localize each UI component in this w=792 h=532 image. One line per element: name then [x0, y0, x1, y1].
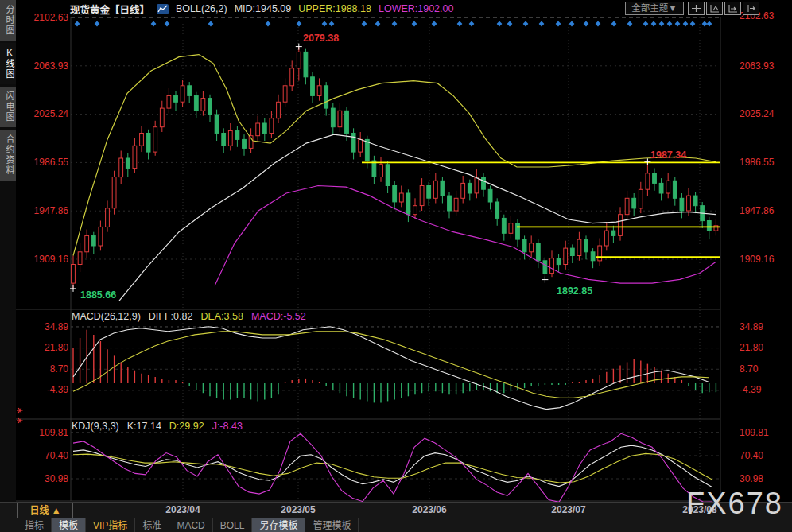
macd-name: MACD(26,12,9) [72, 311, 141, 322]
price-axis-label: 2102.63 [21, 12, 68, 23]
time-axis-row: 日线 ▲ 2023/04 2023/05 2023/06 2023/07 202… [0, 502, 792, 518]
zoom-vertical-icon[interactable] [706, 2, 723, 15]
kdj-panel-header: KDJ(9,3,3) K:17.14 D:29.92 J:-8.43 [72, 421, 243, 432]
kdj-axis-label: 109.81 [21, 427, 68, 438]
kdj-k-value: K:17.14 [127, 421, 161, 432]
boll-mid-value: MID:1945.09 [235, 3, 292, 14]
kdj-axis-label: 70.40 [740, 450, 763, 461]
kdj-axis-label: 109.81 [740, 427, 769, 438]
chart-canvas[interactable]: 2079.381885.661987.341892.85 [0, 0, 792, 532]
svg-text:1987.34: 1987.34 [650, 150, 686, 161]
kdj-axis-label: 30.98 [740, 473, 763, 484]
tab-macd[interactable]: MACD [169, 518, 212, 532]
price-axis-label: 1909.16 [740, 254, 774, 265]
tab-templates[interactable]: 模板 [52, 518, 86, 532]
left-sidebar: 分时图 K线图 闪电图 合约资料 [0, 0, 16, 502]
kdj-name: KDJ(9,3,3) [72, 421, 119, 432]
sidebar-item-timeshare-chart[interactable]: 分时图 [0, 0, 16, 41]
boll-upper-value: UPPER:1988.18 [298, 3, 371, 14]
symbol-title: 现货黄金【日线】 [70, 2, 149, 17]
date-tick: 2023/06 [412, 504, 446, 515]
sidebar-item-kline-chart[interactable]: K线图 [0, 43, 16, 84]
macd-diff-value: DIFF:0.82 [149, 311, 193, 322]
kdj-j-value: J:-8.43 [212, 421, 243, 432]
zoom-horizontal-icon[interactable] [724, 2, 741, 15]
all-themes-button[interactable]: 全部主题▼ [625, 2, 684, 15]
macd-axis-label: 8.70 [740, 363, 758, 375]
boll-indicator-label: BOLL(26,2) [176, 3, 227, 14]
macd-axis-label: 8.70 [21, 363, 68, 375]
kdj-d-value: D:29.92 [169, 421, 204, 432]
chart-app: 2079.381885.661987.341892.85 分时图 K线图 闪电图… [0, 0, 792, 532]
kdj-axis-label: 70.40 [21, 450, 68, 461]
svg-text:1892.85: 1892.85 [557, 285, 592, 297]
price-axis-label: 2025.24 [740, 108, 774, 119]
sidebar-item-flash-chart[interactable]: 闪电图 [0, 87, 16, 127]
period-selector[interactable]: 日线 ▲ [17, 503, 73, 518]
tab-indicators[interactable]: 指标 [17, 518, 52, 532]
sidebar-item-contract-info[interactable]: 合约资料 [0, 130, 16, 181]
kdj-axis-label: 30.98 [21, 473, 68, 484]
macd-axis-label: 21.80 [740, 342, 763, 353]
macd-panel-header: MACD(26,12,9) DIFF:0.82 DEA:3.58 MACD:-5… [72, 311, 306, 322]
macd-axis-label: 21.80 [21, 342, 68, 353]
tab-save-template[interactable]: 另存模板 [252, 518, 305, 532]
price-axis-label: 2063.93 [21, 60, 68, 72]
price-axis-label: 1947.86 [21, 205, 68, 216]
svg-text:1885.66: 1885.66 [80, 289, 116, 301]
price-axis-label: 1986.55 [740, 157, 774, 168]
macd-macd-value: MACD:-5.52 [251, 311, 306, 322]
macd-axis-label: 34.89 [21, 321, 68, 332]
tab-boll[interactable]: BOLL [213, 518, 253, 532]
pan-right-icon[interactable] [743, 2, 759, 15]
date-tick: 2023/04 [165, 504, 200, 515]
tab-standard[interactable]: 标准 [135, 518, 169, 532]
price-axis-label: 2025.24 [21, 108, 68, 119]
chart-header: 现货黄金【日线】 BOLL(26,2) MID:1945.09 UPPER:19… [70, 2, 453, 16]
line-chart-icon [157, 4, 169, 14]
macd-axis-label: 34.89 [740, 321, 763, 332]
crosshair-icon[interactable] [688, 2, 705, 15]
price-axis-label: 1947.86 [740, 205, 774, 216]
date-tick: 2023/07 [551, 504, 585, 515]
svg-text:2079.38: 2079.38 [303, 33, 339, 44]
macd-axis-label: -4.39 [21, 384, 68, 395]
macd-axis-label: -4.39 [740, 384, 761, 395]
tab-vip-indicators[interactable]: VIP指标 [86, 518, 135, 532]
fx678-watermark: FX678 [686, 487, 783, 521]
macd-dea-value: DEA:3.58 [200, 311, 243, 322]
boll-lower-value: LOWER:1902.00 [379, 3, 454, 14]
price-axis-label: 1909.16 [21, 254, 68, 265]
price-axis-label: 2063.93 [740, 60, 774, 72]
tab-manage-template[interactable]: 管理模板 [305, 518, 359, 532]
date-tick: 2023/05 [281, 504, 315, 515]
bottom-toolbar: 指标 模板 VIP指标 标准 MACD BOLL 另存模板 管理模板 [0, 518, 792, 532]
price-axis-label: 1986.55 [21, 157, 68, 168]
